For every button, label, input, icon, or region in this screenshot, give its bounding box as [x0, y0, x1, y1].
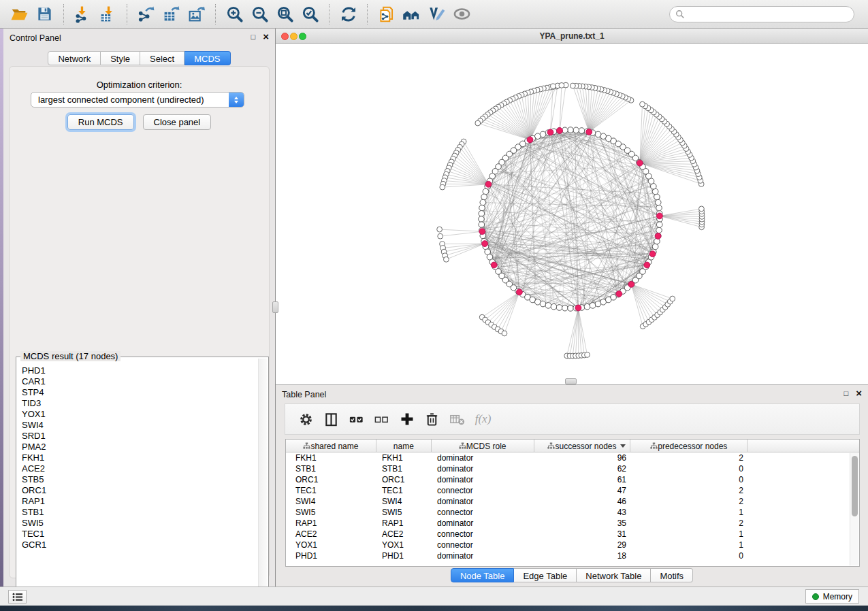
table-row[interactable]: YOX1YOX1connector291	[286, 540, 859, 550]
search-input[interactable]	[685, 9, 848, 20]
mcds-result-list: PHD1CAR1STP4TID3YOX1SWI4SRD1PMA2FKH1ACE2…	[18, 365, 257, 606]
clone-network-icon[interactable]	[376, 3, 397, 24]
table-cell: 0	[631, 474, 748, 485]
table-cell: 96	[534, 452, 631, 463]
mcds-result-item[interactable]: GCR1	[18, 540, 257, 550]
memory-button[interactable]: Memory	[805, 589, 859, 604]
column-header-name[interactable]: name	[376, 440, 432, 452]
tab-network-table[interactable]: Network Table	[577, 568, 651, 582]
mcds-list-scrollbar[interactable]	[258, 359, 267, 606]
save-session-icon[interactable]	[34, 3, 55, 24]
tab-network[interactable]: Network	[48, 51, 101, 65]
table-row[interactable]: ACE2ACE2connector311	[286, 529, 859, 540]
mcds-result-item[interactable]: TEC1	[18, 529, 257, 540]
mcds-result-item[interactable]: RAP1	[18, 496, 257, 507]
mcds-result-item[interactable]: YOX1	[18, 409, 257, 420]
deselect-all-icon[interactable]	[372, 410, 391, 429]
export-image-icon[interactable]	[186, 3, 207, 24]
table-row[interactable]: SWI5SWI5connector431	[286, 507, 859, 518]
toggle-visibility-icon[interactable]	[451, 3, 472, 24]
table-row[interactable]: RAP1RAP1dominator352	[286, 518, 859, 529]
table-panel-tabs: Node TableEdge TableNetwork TableMotifs	[276, 568, 868, 582]
delete-column-icon[interactable]	[423, 410, 441, 429]
network-window-titlebar[interactable]: YPA_prune.txt_1	[276, 29, 868, 44]
table-row[interactable]: TEC1TEC1connector472	[286, 485, 859, 496]
refresh-icon[interactable]	[338, 3, 359, 24]
table-cell: FKH1	[376, 452, 432, 463]
table-cell: dominator	[432, 496, 534, 507]
mcds-result-item[interactable]: SWI5	[18, 518, 257, 529]
mcds-result-item[interactable]: SRD1	[18, 431, 257, 442]
tab-motifs[interactable]: Motifs	[651, 568, 693, 582]
search-field[interactable]	[669, 6, 854, 22]
mcds-result-item[interactable]: ORC1	[18, 485, 257, 496]
tab-node-table[interactable]: Node Table	[451, 568, 515, 582]
import-network-icon[interactable]	[72, 3, 93, 24]
mcds-result-item[interactable]: ACE2	[18, 463, 257, 474]
mcds-result-item[interactable]: FKH1	[18, 452, 257, 463]
network-graph[interactable]	[276, 44, 868, 384]
float-panel-icon[interactable]: □	[251, 32, 256, 42]
table-scrollbar[interactable]	[850, 453, 858, 565]
add-column-icon[interactable]	[398, 410, 416, 429]
table-row[interactable]: ORC1ORC1dominator610	[286, 474, 859, 485]
traffic-light-zoom-icon[interactable]	[299, 33, 306, 40]
tab-edge-table[interactable]: Edge Table	[514, 568, 577, 582]
horizontal-splitter-handle[interactable]	[565, 378, 577, 384]
close-panel-button[interactable]: Close panel	[143, 114, 212, 130]
table-row[interactable]: SWI4SWI4dominator462	[286, 496, 859, 507]
run-mcds-button[interactable]: Run MCDS	[67, 114, 134, 130]
traffic-light-minimize-icon[interactable]	[290, 33, 298, 40]
memory-status-icon	[812, 593, 819, 600]
mcds-result-item[interactable]: CAR1	[18, 376, 257, 387]
tab-select[interactable]: Select	[140, 51, 184, 65]
column-header-successor-nodes[interactable]: successor nodes	[534, 440, 631, 452]
network-canvas[interactable]	[276, 44, 868, 384]
show-columns-icon[interactable]	[322, 410, 340, 429]
zoom-in-icon[interactable]	[224, 3, 245, 24]
mcds-result-item[interactable]: STB1	[18, 507, 257, 518]
table-cell: 2	[631, 518, 748, 529]
vertical-splitter-handle[interactable]	[272, 301, 278, 313]
table-row[interactable]: FKH1FKH1dominator962	[286, 452, 859, 463]
criterion-select[interactable]: largest connected component (undirected)	[31, 92, 244, 108]
table-cell: 62	[534, 463, 631, 474]
import-table-icon[interactable]	[97, 3, 118, 24]
table-row[interactable]: PHD1PHD1dominator180	[286, 550, 859, 561]
table-cell: 1	[631, 507, 748, 518]
close-panel-icon[interactable]: ×	[263, 32, 269, 42]
column-header-shared-name[interactable]: shared name	[286, 440, 376, 452]
show-all-networks-icon[interactable]	[401, 3, 422, 24]
close-table-panel-icon[interactable]: ×	[856, 389, 862, 398]
zoom-fit-icon[interactable]	[274, 3, 295, 24]
mcds-result-item[interactable]: PMA2	[18, 442, 257, 452]
table-cell: 2	[631, 452, 748, 463]
table-cell: 0	[631, 463, 748, 474]
zoom-out-icon[interactable]	[249, 3, 270, 24]
table-options-icon[interactable]	[297, 410, 315, 429]
column-header-MCDS-role[interactable]: MCDS role	[432, 440, 534, 452]
panel-list-icon[interactable]	[8, 590, 27, 604]
traffic-light-close-icon[interactable]	[281, 33, 289, 40]
toolbar-separator	[367, 4, 368, 24]
open-session-icon[interactable]	[9, 3, 30, 24]
table-row[interactable]: STB1STB1dominator620	[286, 463, 859, 474]
column-header-predecessor-nodes[interactable]: predecessor nodes	[630, 440, 748, 452]
mcds-result-item[interactable]: PHD1	[18, 365, 257, 376]
export-network-icon[interactable]	[135, 3, 157, 24]
mcds-result-item[interactable]: SWI4	[18, 420, 257, 431]
select-all-icon[interactable]	[347, 410, 366, 429]
select-stepper-icon[interactable]	[229, 93, 244, 107]
export-table-icon[interactable]	[161, 3, 182, 24]
vizmapper-icon[interactable]	[426, 3, 447, 24]
tab-style[interactable]: Style	[101, 51, 140, 65]
float-table-panel-icon[interactable]: □	[844, 389, 849, 398]
mcds-result-item[interactable]: TID3	[18, 398, 257, 409]
mcds-result-item[interactable]: STB5	[18, 474, 257, 485]
tab-mcds[interactable]: MCDS	[184, 51, 230, 65]
mcds-result-item[interactable]: STP4	[18, 387, 257, 398]
table-scrollbar-thumb[interactable]	[852, 456, 858, 516]
zoom-selected-icon[interactable]	[300, 3, 321, 24]
column-header-label: shared name	[310, 442, 358, 451]
table-cell: 31	[534, 529, 631, 540]
